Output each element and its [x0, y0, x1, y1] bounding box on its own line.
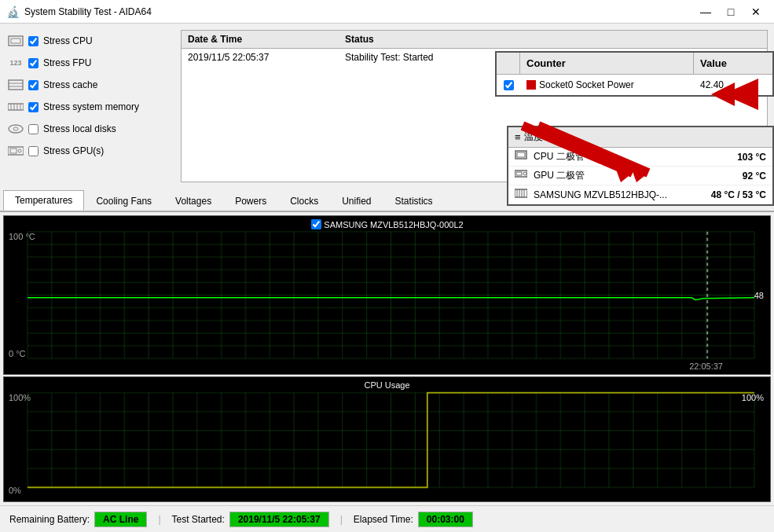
temp-panel: ≡ 温度 CPU 二极管 103 °C GPU 二极管 92 °C	[507, 126, 774, 206]
counter-row-checkbox[interactable]	[504, 80, 514, 90]
cpu-y-top: 100%	[9, 393, 31, 402]
stress-item-disks: Stress local disks	[8, 118, 173, 140]
fpu-icon: 123	[8, 57, 24, 69]
counter-color-indicator	[526, 80, 536, 90]
disk-icon	[8, 123, 24, 135]
temp-cpu-value: 103 °C	[737, 152, 766, 163]
status-test-started: Test Started: 2019/11/5 22:05:37	[172, 512, 329, 527]
counter-col-name: Counter	[520, 53, 694, 74]
temp-value-label: 48	[754, 291, 764, 300]
svg-rect-13	[10, 149, 17, 153]
status-elapsed: Elapsed Time: 00:03:00	[354, 512, 473, 527]
temp-gpu-name: GPU 二极管	[534, 169, 738, 182]
cpu-chart: CPU Usage 100% 0% 100%	[3, 376, 771, 502]
log-header: Date & Time Status	[182, 31, 767, 49]
memory-icon	[8, 101, 24, 113]
temp-y-bot: 0 °C	[9, 349, 26, 358]
stress-fpu-label: Stress FPU	[43, 57, 91, 68]
stress-cache-label: Stress cache	[43, 79, 97, 90]
counter-name: Socket0 Socket Power	[539, 79, 634, 90]
elapsed-value: 00:03:00	[418, 512, 473, 527]
log-col-datetime: Date & Time	[188, 34, 345, 45]
stress-fpu-checkbox[interactable]	[28, 58, 39, 68]
status-bar: Remaining Battery: AC Line | Test Starte…	[0, 505, 774, 532]
battery-label: Remaining Battery:	[9, 514, 90, 525]
temp-row-cpu: CPU 二极管 103 °C	[508, 148, 772, 167]
cpu-y-bot: 0%	[9, 486, 21, 495]
svg-rect-16	[517, 152, 525, 157]
status-sep2: |	[340, 514, 343, 525]
svg-point-14	[18, 149, 21, 152]
svg-rect-2	[9, 80, 23, 90]
window-controls: — □ ✕	[694, 4, 768, 20]
temp-row-ssd: SAMSUNG MZVLB512HBJQ-... 48 °C / 53 °C	[508, 185, 772, 204]
svg-rect-18	[516, 172, 522, 175]
elapsed-label: Elapsed Time:	[354, 514, 413, 525]
stress-item-fpu: 123 Stress FPU	[8, 52, 173, 74]
maximize-button[interactable]: □	[719, 4, 743, 20]
tab-cooling-fans[interactable]: Cooling Fans	[84, 190, 163, 211]
stress-cpu-checkbox[interactable]	[28, 36, 39, 46]
temp-chart: SAMSUNG MZVLB512HBJQ-000L2 100 °C 0 °C 2…	[3, 215, 771, 375]
log-col-status: Status	[345, 34, 761, 45]
temp-chart-canvas	[4, 216, 770, 374]
svg-point-19	[523, 172, 526, 175]
tab-voltages[interactable]: Voltages	[163, 190, 223, 211]
cpu-chart-title: CPU Usage	[364, 380, 409, 390]
tab-temperatures[interactable]: Temperatures	[3, 190, 84, 211]
stress-cpu-label: Stress CPU	[43, 35, 93, 46]
counter-header: Counter Value	[497, 53, 772, 75]
cache-icon	[8, 79, 24, 91]
stress-cache-checkbox[interactable]	[28, 80, 39, 90]
left-panel: Stress CPU 123 Stress FPU Stress cache	[0, 24, 181, 189]
stress-gpu-checkbox[interactable]	[28, 146, 39, 156]
temp-gpu-icon	[515, 169, 529, 182]
title-bar: 🔬 System Stability Test - AIDA64 — □ ✕	[0, 0, 774, 24]
test-started-value: 2019/11/5 22:05:37	[229, 512, 329, 527]
svg-point-10	[9, 125, 23, 133]
tab-statistics[interactable]: Statistics	[383, 190, 445, 211]
close-button[interactable]: ✕	[744, 4, 768, 20]
main-content: Stress CPU 123 Stress FPU Stress cache	[0, 24, 774, 532]
temp-chart-title: SAMSUNG MZVLB512HBJQ-000L2	[310, 219, 463, 229]
stress-item-memory: Stress system memory	[8, 96, 173, 118]
stress-memory-label: Stress system memory	[43, 101, 139, 112]
counter-panel: Counter Value Socket0 Socket Power 42.40	[495, 51, 774, 97]
temp-chart-checkbox[interactable]	[310, 219, 321, 229]
stress-disks-checkbox[interactable]	[28, 124, 39, 134]
counter-data-row: Socket0 Socket Power 42.40	[497, 75, 772, 95]
temp-ssd-value: 48 °C / 53 °C	[711, 189, 766, 200]
cpu-value-right: 100%	[742, 393, 764, 402]
temp-x-label: 22:05:37	[689, 361, 723, 371]
svg-rect-20	[515, 189, 527, 197]
battery-value: AC Line	[94, 512, 147, 527]
charts-area: SAMSUNG MZVLB512HBJQ-000L2 100 °C 0 °C 2…	[0, 212, 774, 505]
tab-clocks[interactable]: Clocks	[278, 190, 330, 211]
tab-powers[interactable]: Powers	[223, 190, 278, 211]
temp-panel-title: 温度	[524, 130, 543, 144]
app-icon: 🔬	[6, 6, 20, 18]
temp-gpu-value: 92 °C	[743, 171, 766, 182]
cpu-chart-canvas	[4, 377, 770, 501]
counter-overlay: Counter Value Socket0 Socket Power 42.40	[495, 51, 774, 97]
counter-name-cell: Socket0 Socket Power	[520, 78, 694, 92]
counter-checkbox-cell	[497, 79, 520, 92]
stress-item-gpu: Stress GPU(s)	[8, 140, 173, 162]
temp-panel-header: ≡ 温度	[508, 127, 772, 148]
stress-gpu-label: Stress GPU(s)	[43, 145, 104, 156]
cpu-icon	[8, 35, 24, 47]
svg-rect-5	[8, 104, 24, 110]
minimize-button[interactable]: —	[694, 4, 717, 20]
temp-ssd-name: SAMSUNG MZVLB512HBJQ-...	[534, 189, 706, 200]
test-started-label: Test Started:	[172, 514, 225, 525]
temp-row-gpu: GPU 二极管 92 °C	[508, 167, 772, 185]
status-sep1: |	[158, 514, 160, 525]
stress-memory-checkbox[interactable]	[28, 102, 39, 112]
stress-item-cache: Stress cache	[8, 74, 173, 96]
svg-rect-1	[11, 39, 20, 43]
status-battery: Remaining Battery: AC Line	[9, 512, 147, 527]
temp-cpu-icon	[515, 150, 529, 163]
tab-unified[interactable]: Unified	[330, 190, 383, 211]
gpu-icon	[8, 145, 24, 157]
log-datetime: 2019/11/5 22:05:37	[188, 52, 345, 63]
